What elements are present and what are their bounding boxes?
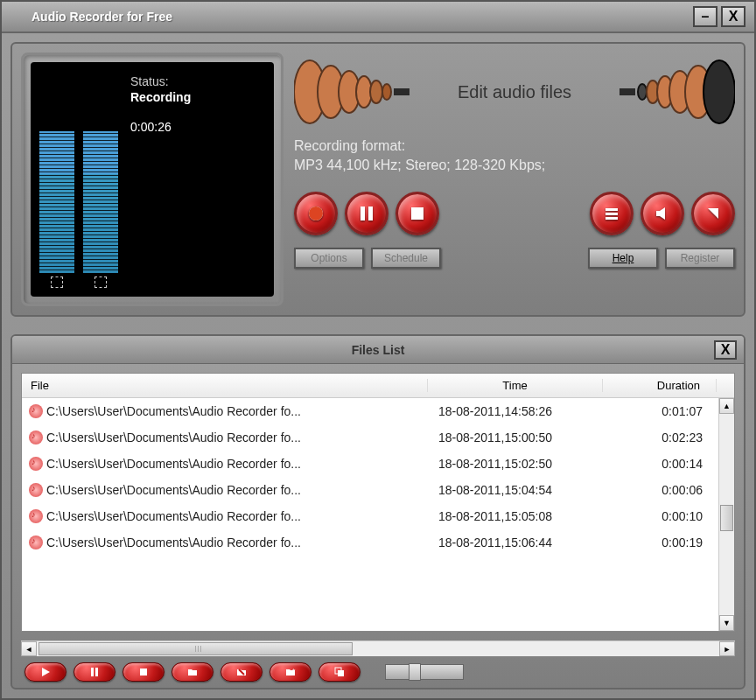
horn-left-icon xyxy=(294,58,425,126)
svg-rect-21 xyxy=(606,217,618,220)
files-close-button[interactable]: X xyxy=(714,340,737,360)
scroll-left-icon[interactable]: ◄ xyxy=(21,641,37,656)
status-label: Status: xyxy=(130,74,191,88)
volume-slider[interactable] xyxy=(385,664,464,680)
level-left xyxy=(39,71,74,273)
vertical-scrollbar[interactable]: ▲ ▼ xyxy=(718,398,734,631)
playback-toolbar: + xyxy=(12,656,744,688)
scroll-up-icon[interactable]: ▲ xyxy=(719,398,734,414)
audio-file-icon xyxy=(29,536,43,550)
file-time: 18-08-2011,15:00:50 xyxy=(430,430,605,444)
audio-file-icon xyxy=(29,483,43,497)
file-path: C:\Users\User\Documents\Audio Recorder f… xyxy=(46,483,430,497)
svg-rect-26 xyxy=(95,668,98,676)
table-row[interactable]: C:\Users\User\Documents\Audio Recorder f… xyxy=(22,424,718,451)
minimize-button[interactable]: – xyxy=(693,6,718,27)
table-row[interactable]: C:\Users\User\Documents\Audio Recorder f… xyxy=(22,503,718,529)
file-duration: 0:00:14 xyxy=(605,457,718,471)
help-button[interactable]: Help xyxy=(588,248,658,269)
speaker-button[interactable] xyxy=(640,192,684,235)
recorder-panel: Status: Recording 0:00:26 Edit audio fil… xyxy=(10,42,746,317)
edit-audio-label: Edit audio files xyxy=(458,82,571,102)
scroll-thumb[interactable] xyxy=(720,505,733,531)
svg-point-8 xyxy=(638,84,647,100)
file-time: 18-08-2011,15:02:50 xyxy=(430,457,605,471)
horn-right-icon xyxy=(604,58,735,126)
format-value: MP3 44,100 kHz; Stereo; 128-320 Kbps; xyxy=(294,156,735,175)
window-title: Audio Recorder for Free xyxy=(32,10,690,24)
pause-button[interactable] xyxy=(345,192,388,235)
marker-right-icon xyxy=(94,276,107,288)
level-meter: Status: Recording 0:00:26 xyxy=(21,52,284,306)
list-button[interactable] xyxy=(590,192,634,235)
record-button[interactable] xyxy=(294,192,338,235)
titlebar: Audio Recorder for Free – X xyxy=(2,2,754,33)
file-path: C:\Users\User\Documents\Audio Recorder f… xyxy=(46,536,430,550)
file-time: 18-08-2011,15:05:08 xyxy=(430,509,605,523)
file-path: C:\Users\User\Documents\Audio Recorder f… xyxy=(46,430,430,444)
stop-button[interactable] xyxy=(396,192,439,235)
slider-knob[interactable] xyxy=(409,663,421,681)
horizontal-scrollbar[interactable]: ◄ ► xyxy=(21,640,735,656)
table-row[interactable]: C:\Users\User\Documents\Audio Recorder f… xyxy=(22,529,718,556)
svg-rect-6 xyxy=(394,88,410,95)
svg-marker-22 xyxy=(656,207,665,220)
file-duration: 0:02:23 xyxy=(605,430,718,444)
elapsed-time: 0:00:26 xyxy=(130,120,191,134)
audio-file-icon xyxy=(29,509,43,523)
file-time: 18-08-2011,15:04:54 xyxy=(430,483,605,497)
app-window: Audio Recorder for Free – X Status: Reco… xyxy=(0,0,756,700)
svg-rect-31 xyxy=(338,670,344,676)
files-list: File Time Duration C:\Users\User\Documen… xyxy=(21,373,735,632)
svg-rect-7 xyxy=(620,88,635,95)
play-pill[interactable] xyxy=(24,662,66,682)
table-row[interactable]: C:\Users\User\Documents\Audio Recorder f… xyxy=(22,451,718,477)
file-duration: 0:00:10 xyxy=(605,509,718,523)
table-row[interactable]: C:\Users\User\Documents\Audio Recorder f… xyxy=(22,398,718,424)
table-row[interactable]: C:\Users\User\Documents\Audio Recorder f… xyxy=(22,477,718,503)
col-time[interactable]: Time xyxy=(428,379,603,392)
stop-pill[interactable] xyxy=(122,662,164,682)
audio-file-icon xyxy=(29,457,43,471)
copy-pill[interactable] xyxy=(318,662,360,682)
audio-file-icon xyxy=(29,430,43,444)
scroll-down-icon[interactable]: ▼ xyxy=(719,615,734,631)
svg-point-13 xyxy=(704,60,735,123)
file-duration: 0:00:19 xyxy=(605,536,718,550)
schedule-button[interactable]: Schedule xyxy=(371,248,441,269)
level-right xyxy=(83,71,118,273)
file-path: C:\Users\User\Documents\Audio Recorder f… xyxy=(46,404,430,418)
svg-text:+: + xyxy=(292,667,296,672)
pause-pill[interactable] xyxy=(74,662,116,682)
file-duration: 0:01:07 xyxy=(605,404,718,418)
format-label: Recording format: xyxy=(294,136,735,156)
files-title: Files List xyxy=(352,343,405,357)
svg-rect-20 xyxy=(606,213,618,215)
audio-file-icon xyxy=(29,404,43,418)
svg-rect-16 xyxy=(360,206,365,220)
status-value: Recording xyxy=(130,90,191,104)
hscroll-thumb[interactable] xyxy=(38,642,353,655)
svg-marker-23 xyxy=(708,208,718,219)
svg-point-15 xyxy=(309,206,323,220)
file-path: C:\Users\User\Documents\Audio Recorder f… xyxy=(46,457,430,471)
remove-pill[interactable] xyxy=(220,662,262,682)
svg-point-5 xyxy=(382,84,391,100)
register-button[interactable]: Register xyxy=(665,248,735,269)
options-button[interactable]: Options xyxy=(294,248,364,269)
add-pill[interactable]: + xyxy=(270,662,312,682)
svg-rect-18 xyxy=(411,207,424,220)
svg-rect-27 xyxy=(140,668,147,676)
file-path: C:\Users\User\Documents\Audio Recorder f… xyxy=(46,509,430,523)
svg-rect-17 xyxy=(368,206,373,220)
svg-marker-24 xyxy=(42,668,50,676)
open-pill[interactable] xyxy=(172,662,214,682)
close-button[interactable]: X xyxy=(721,6,746,27)
mic-button[interactable] xyxy=(691,192,735,235)
col-file[interactable]: File xyxy=(22,379,428,392)
col-duration[interactable]: Duration xyxy=(603,379,717,392)
svg-rect-19 xyxy=(606,208,618,211)
files-panel: Files List X File Time Duration C:\Users… xyxy=(10,334,746,690)
svg-rect-25 xyxy=(91,668,94,676)
scroll-right-icon[interactable]: ► xyxy=(719,641,735,656)
